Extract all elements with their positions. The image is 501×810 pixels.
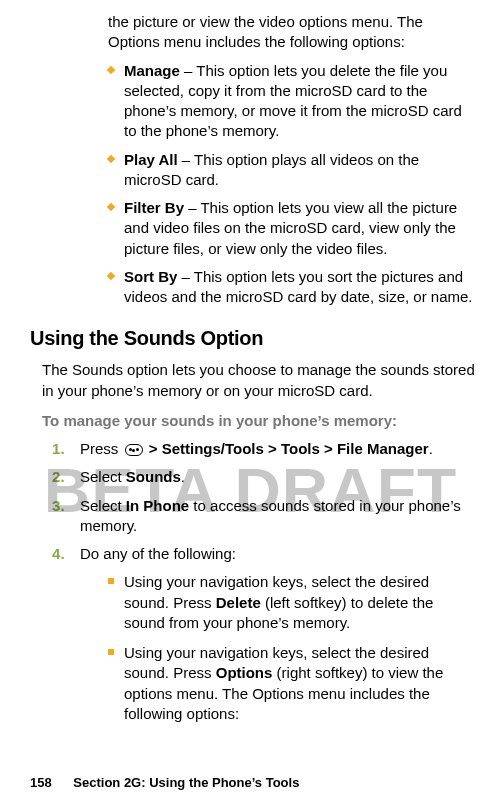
step-body: Press > Settings/Tools > Tools > File Ma… (80, 439, 475, 459)
menu-key-icon (125, 444, 143, 456)
step-number: 4. (52, 544, 80, 564)
list-item: Using your navigation keys, select the d… (108, 643, 475, 724)
square-bullet-list: Using your navigation keys, select the d… (108, 572, 475, 724)
list-item: Manage – This option lets you delete the… (108, 61, 475, 142)
step-body: Select In Phone to access sounds stored … (80, 496, 475, 537)
list-item: Sort By – This option lets you sort the … (108, 267, 475, 308)
term: Delete (216, 594, 261, 611)
step-3: 3. Select In Phone to access sounds stor… (52, 496, 475, 537)
page-footer: 158 Section 2G: Using the Phone’s Tools (30, 774, 299, 792)
step-4: 4. Do any of the following: (52, 544, 475, 564)
page-number: 158 (30, 775, 52, 790)
page-content: the picture or view the video options me… (0, 12, 475, 724)
step-number: 1. (52, 439, 80, 459)
step-number: 2. (52, 467, 80, 487)
term: Options (216, 664, 273, 681)
step-number: 3. (52, 496, 80, 537)
term: In Phone (126, 497, 189, 514)
term: Sort By (124, 268, 177, 285)
step-body: Do any of the following: (80, 544, 475, 564)
term-desc: – This option lets you sort the pictures… (124, 268, 473, 305)
list-item: Using your navigation keys, select the d… (108, 572, 475, 633)
term: Play All (124, 151, 178, 168)
term: Manage (124, 62, 180, 79)
lead-paragraph: The Sounds option lets you choose to man… (42, 360, 475, 401)
task-intro: To manage your sounds in your phone’s me… (42, 411, 475, 431)
step-body: Select Sounds. (80, 467, 475, 487)
heading-using-sounds-option: Using the Sounds Option (30, 325, 475, 352)
step-1: 1. Press > Settings/Tools > Tools > File… (52, 439, 475, 459)
term: Sounds (126, 468, 181, 485)
continuation-paragraph: the picture or view the video options me… (108, 12, 475, 53)
menu-path: Settings/Tools > Tools > File Manager (162, 440, 429, 457)
diamond-bullet-list: Manage – This option lets you delete the… (108, 61, 475, 308)
numbered-steps: 1. Press > Settings/Tools > Tools > File… (52, 439, 475, 564)
list-item: Play All – This option plays all videos … (108, 150, 475, 191)
section-label: Section 2G: Using the Phone’s Tools (73, 775, 299, 790)
list-item: Filter By – This option lets you view al… (108, 198, 475, 259)
term: Filter By (124, 199, 184, 216)
step-2: 2. Select Sounds. (52, 467, 475, 487)
